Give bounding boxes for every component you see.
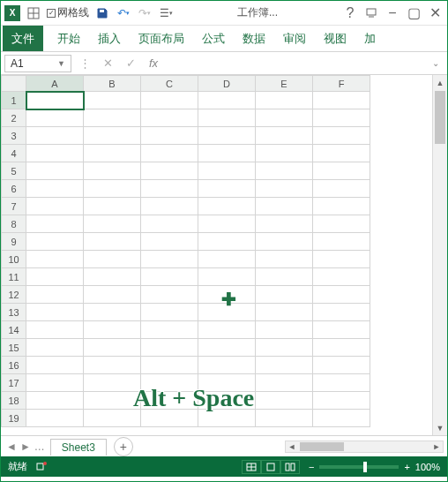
cell[interactable] bbox=[198, 286, 256, 304]
cell[interactable] bbox=[84, 392, 141, 410]
scroll-right-icon[interactable]: ► bbox=[430, 442, 443, 451]
cell[interactable] bbox=[26, 215, 84, 233]
row-header[interactable]: 11 bbox=[2, 268, 26, 286]
tab-review[interactable]: 审阅 bbox=[274, 26, 315, 51]
cell[interactable] bbox=[198, 180, 256, 198]
cell[interactable] bbox=[141, 321, 198, 339]
zoom-in-button[interactable]: + bbox=[404, 462, 409, 472]
col-header[interactable]: A bbox=[26, 76, 84, 92]
row-header[interactable]: 10 bbox=[2, 251, 26, 268]
cell[interactable] bbox=[313, 304, 370, 321]
table-icon[interactable] bbox=[26, 5, 41, 21]
cell[interactable] bbox=[198, 233, 256, 251]
row-header[interactable]: 8 bbox=[2, 215, 26, 233]
cell[interactable] bbox=[141, 180, 198, 198]
cell[interactable] bbox=[198, 304, 256, 321]
cell[interactable] bbox=[256, 180, 313, 198]
cell[interactable] bbox=[256, 304, 313, 321]
cell[interactable] bbox=[141, 145, 198, 162]
cell[interactable] bbox=[26, 374, 84, 392]
chevron-right-icon[interactable]: ► bbox=[20, 441, 31, 453]
cell[interactable] bbox=[141, 286, 198, 304]
cell[interactable] bbox=[256, 215, 313, 233]
undo-icon[interactable]: ↶▾ bbox=[116, 5, 131, 21]
col-header[interactable]: C bbox=[141, 76, 198, 92]
cell[interactable] bbox=[198, 162, 256, 180]
zoom-out-button[interactable]: − bbox=[309, 462, 314, 472]
cell[interactable] bbox=[313, 268, 370, 286]
cell[interactable] bbox=[313, 339, 370, 357]
cell[interactable] bbox=[256, 392, 313, 410]
cell[interactable] bbox=[256, 286, 313, 304]
cell[interactable] bbox=[84, 374, 141, 392]
cell[interactable] bbox=[26, 410, 84, 427]
tab-data[interactable]: 数据 bbox=[234, 26, 274, 51]
cell[interactable] bbox=[313, 92, 370, 109]
cell[interactable] bbox=[26, 162, 84, 180]
ribbon-options-icon[interactable] bbox=[362, 5, 380, 21]
col-header[interactable]: E bbox=[256, 76, 313, 92]
cell[interactable] bbox=[26, 339, 84, 357]
cell[interactable] bbox=[198, 268, 256, 286]
cell[interactable] bbox=[313, 251, 370, 268]
more-icon[interactable]: ⋮ bbox=[75, 55, 94, 72]
cell[interactable] bbox=[84, 304, 141, 321]
cell[interactable] bbox=[84, 92, 141, 109]
cell[interactable] bbox=[26, 145, 84, 162]
cell[interactable] bbox=[26, 180, 84, 198]
cell[interactable] bbox=[26, 286, 84, 304]
cell[interactable] bbox=[313, 127, 370, 145]
cell[interactable] bbox=[84, 127, 141, 145]
cell[interactable] bbox=[141, 127, 198, 145]
cell[interactable] bbox=[84, 251, 141, 268]
row-header[interactable]: 19 bbox=[2, 410, 26, 427]
cell[interactable] bbox=[256, 374, 313, 392]
add-sheet-button[interactable]: + bbox=[114, 437, 133, 456]
tab-view[interactable]: 视图 bbox=[315, 26, 355, 51]
cell[interactable] bbox=[84, 215, 141, 233]
cell[interactable] bbox=[313, 180, 370, 198]
cell[interactable] bbox=[198, 357, 256, 374]
tab-home[interactable]: 开始 bbox=[49, 26, 89, 51]
cell[interactable] bbox=[26, 251, 84, 268]
cell[interactable] bbox=[84, 410, 141, 427]
cell[interactable] bbox=[256, 410, 313, 427]
sheet-tab-active[interactable]: Sheet3 bbox=[50, 439, 107, 456]
cell[interactable] bbox=[313, 198, 370, 215]
row-header[interactable]: 13 bbox=[2, 304, 26, 321]
cell[interactable] bbox=[141, 357, 198, 374]
cell[interactable] bbox=[84, 286, 141, 304]
zoom-slider[interactable] bbox=[319, 465, 399, 469]
cell[interactable] bbox=[26, 127, 84, 145]
cell[interactable] bbox=[198, 392, 256, 410]
cell[interactable] bbox=[198, 109, 256, 127]
zoom-percent[interactable]: 100% bbox=[415, 462, 440, 472]
cell[interactable] bbox=[141, 268, 198, 286]
cell[interactable] bbox=[141, 109, 198, 127]
cell[interactable] bbox=[313, 374, 370, 392]
tab-formulas[interactable]: 公式 bbox=[193, 26, 234, 51]
cell[interactable] bbox=[84, 109, 141, 127]
cell[interactable] bbox=[84, 233, 141, 251]
row-header[interactable]: 17 bbox=[2, 374, 26, 392]
cell[interactable] bbox=[256, 92, 313, 109]
cell[interactable] bbox=[26, 392, 84, 410]
row-header[interactable]: 4 bbox=[2, 145, 26, 162]
cell[interactable] bbox=[26, 357, 84, 374]
cell[interactable] bbox=[313, 410, 370, 427]
scroll-thumb[interactable] bbox=[435, 91, 445, 144]
cell[interactable] bbox=[198, 410, 256, 427]
save-icon[interactable] bbox=[94, 5, 110, 21]
cell[interactable] bbox=[256, 127, 313, 145]
vertical-scrollbar[interactable]: ▲ ▼ bbox=[432, 75, 447, 435]
cell[interactable] bbox=[198, 251, 256, 268]
cell[interactable] bbox=[198, 145, 256, 162]
cell[interactable] bbox=[313, 392, 370, 410]
cell[interactable] bbox=[256, 162, 313, 180]
row-header[interactable]: 16 bbox=[2, 357, 26, 374]
gridlines-checkbox[interactable]: ✓ 网格线 bbox=[47, 5, 89, 21]
cell[interactable] bbox=[198, 92, 256, 109]
sort-icon[interactable]: ☰▾ bbox=[158, 5, 174, 21]
spreadsheet-grid[interactable]: A B C D E F 1 2 3 4 5 6 7 8 9 10 11 12 1… bbox=[1, 75, 370, 427]
macro-record-icon[interactable] bbox=[36, 461, 47, 473]
